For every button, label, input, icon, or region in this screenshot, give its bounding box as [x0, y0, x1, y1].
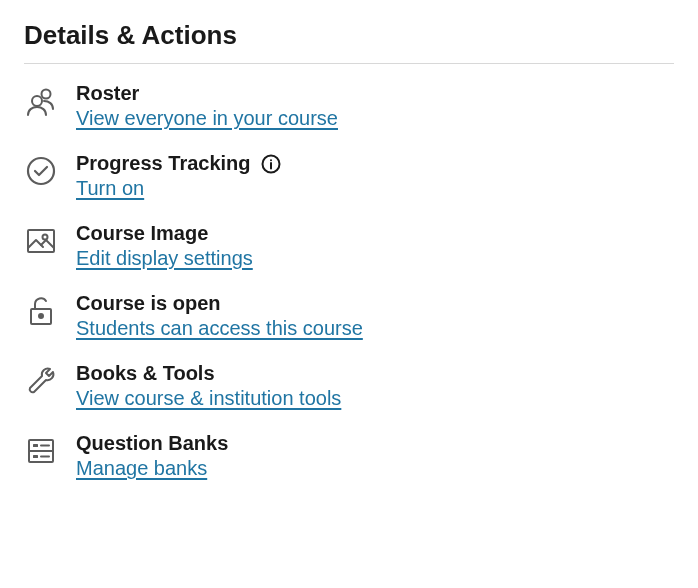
svg-point-4 — [270, 159, 272, 161]
course-access-link[interactable]: Students can access this course — [76, 317, 363, 340]
question-banks-link[interactable]: Manage banks — [76, 457, 207, 480]
course-image-link[interactable]: Edit display settings — [76, 247, 253, 270]
item-title: Question Banks — [76, 432, 228, 455]
item-question-banks: Question Banks Manage banks — [24, 432, 674, 480]
question-bank-icon — [24, 434, 58, 468]
svg-point-7 — [43, 235, 48, 240]
image-icon — [24, 224, 58, 258]
item-course-open: Course is open Students can access this … — [24, 292, 674, 340]
books-tools-link[interactable]: View course & institution tools — [76, 387, 341, 410]
wrench-icon — [24, 364, 58, 398]
item-roster: Roster View everyone in your course — [24, 82, 674, 130]
svg-point-9 — [39, 314, 43, 318]
roster-link[interactable]: View everyone in your course — [76, 107, 338, 130]
item-progress-tracking: Progress Tracking Turn on — [24, 152, 674, 200]
item-title: Course is open — [76, 292, 220, 315]
info-icon[interactable] — [261, 154, 281, 174]
item-title: Progress Tracking — [76, 152, 251, 175]
item-title: Course Image — [76, 222, 208, 245]
item-title: Roster — [76, 82, 139, 105]
svg-point-1 — [42, 90, 51, 99]
item-books-tools: Books & Tools View course & institution … — [24, 362, 674, 410]
details-actions-list: Roster View everyone in your course Prog… — [24, 82, 674, 480]
svg-rect-6 — [28, 230, 54, 252]
unlock-icon — [24, 294, 58, 328]
item-course-image: Course Image Edit display settings — [24, 222, 674, 270]
svg-rect-12 — [33, 444, 38, 447]
item-title: Books & Tools — [76, 362, 215, 385]
svg-point-0 — [32, 96, 42, 106]
progress-tracking-link[interactable]: Turn on — [76, 177, 144, 200]
check-circle-icon — [24, 154, 58, 188]
people-icon — [24, 84, 58, 118]
page-title: Details & Actions — [24, 20, 674, 64]
svg-point-2 — [28, 158, 54, 184]
svg-rect-14 — [33, 455, 38, 458]
